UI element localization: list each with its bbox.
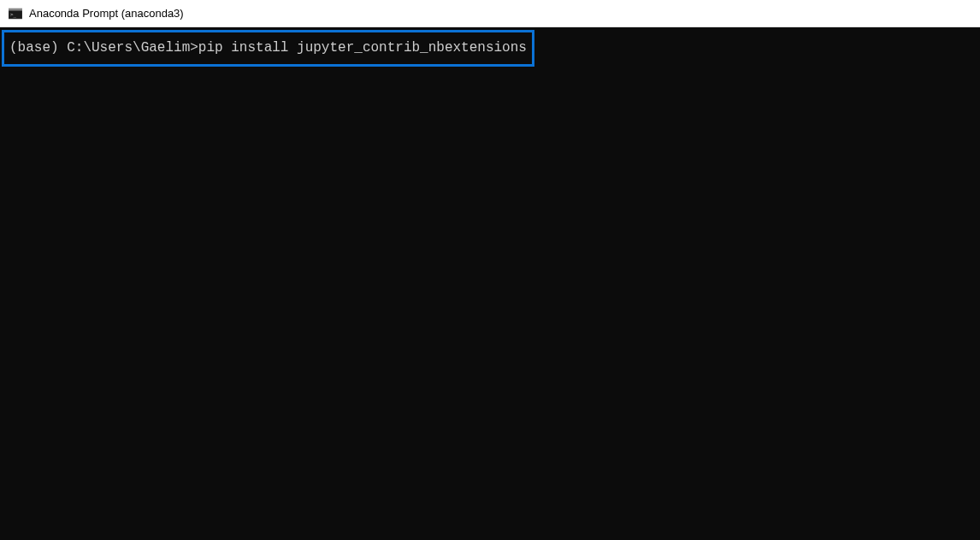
terminal-icon: >_ bbox=[9, 7, 22, 21]
window-title: Anaconda Prompt (anaconda3) bbox=[29, 7, 184, 20]
window-title-bar: >_ Anaconda Prompt (anaconda3) bbox=[0, 0, 980, 27]
terminal-prompt-line: (base) C:\Users\Gaelim>pip install jupyt… bbox=[9, 40, 527, 56]
command-highlight-box: (base) C:\Users\Gaelim>pip install jupyt… bbox=[2, 30, 534, 67]
terminal-area[interactable]: (base) C:\Users\Gaelim>pip install jupyt… bbox=[0, 27, 980, 540]
terminal-prompt: (base) C:\Users\Gaelim> bbox=[9, 40, 198, 56]
svg-text:>_: >_ bbox=[10, 11, 17, 18]
terminal-command: pip install jupyter_contrib_nbextensions bbox=[198, 40, 527, 56]
